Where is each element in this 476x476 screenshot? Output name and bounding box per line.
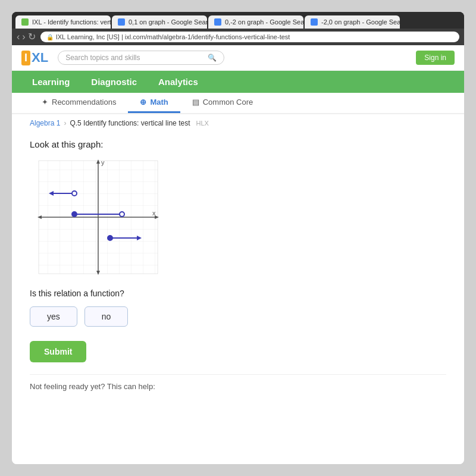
tab-label-google3: -2,0 on graph - Google Search [321, 18, 400, 26]
breadcrumb-sep: › [64, 119, 66, 127]
breadcrumb-question: Q.5 Identify functions: vertical line te… [70, 119, 190, 127]
tab-label-google2: 0,-2 on graph - Google Search [225, 18, 303, 26]
back-button[interactable]: ‹ [17, 32, 20, 42]
nav-buttons: ‹ › ↻ [17, 32, 36, 42]
recommendations-icon: ✦ [42, 98, 48, 107]
refresh-button[interactable]: ↻ [28, 32, 36, 42]
ixl-header: I XL Search topics and skills 🔍 Sign in [12, 45, 464, 71]
content-tabs-row: ✦ Recommendations ⊕ Math ▤ Common Core [12, 93, 464, 114]
nav-learning[interactable]: Learning [21, 71, 80, 93]
tab-favicon-google3 [311, 18, 318, 26]
svg-text:y: y [101, 159, 105, 166]
logo-i: I [21, 51, 30, 65]
question-text: Is this relation a function? [30, 289, 446, 298]
answer-no[interactable]: no [84, 306, 129, 327]
lock-icon: 🔒 [46, 34, 54, 40]
tab-recommendations-label: Recommendations [52, 98, 116, 107]
svg-point-14 [120, 212, 124, 217]
graph-container: y x [36, 158, 161, 277]
browser-tabs-bar: IXL - Identify functions: vertic ✕ 0,1 o… [12, 12, 464, 29]
address-text: IXL Learning, Inc [US] | ixl.com/math/al… [56, 33, 290, 40]
tab-common-core-label: Common Core [203, 98, 253, 107]
svg-point-16 [108, 236, 112, 240]
nav-analytics[interactable]: Analytics [148, 71, 209, 93]
not-ready-text: Not feeling ready yet? This can help: [30, 374, 446, 391]
forward-button[interactable]: › [22, 32, 25, 42]
tab-favicon-ixl [21, 18, 29, 26]
tab-favicon-google2 [214, 18, 221, 26]
nav-bar: Learning Diagnostic Analytics [12, 71, 464, 93]
tab-favicon-google1 [118, 18, 125, 26]
tab-math-label: Math [150, 98, 168, 107]
coordinate-graph: y x [36, 158, 161, 277]
answer-yes[interactable]: yes [30, 306, 77, 327]
tab-google3[interactable]: -2,0 on graph - Google Search ✕ [305, 15, 400, 29]
svg-point-13 [72, 212, 77, 217]
ixl-logo: I XL [21, 50, 48, 65]
breadcrumb-code: HLX [196, 120, 208, 127]
main-content: Look at this graph: [12, 132, 464, 464]
answer-options: yes no [30, 306, 446, 327]
tab-google1[interactable]: 0,1 on graph - Google Search ✕ [112, 15, 207, 29]
submit-button[interactable]: Submit [30, 341, 86, 362]
tab-google2[interactable]: 0,-2 on graph - Google Search ✕ [208, 15, 303, 29]
svg-point-11 [72, 191, 77, 196]
breadcrumb-algebra[interactable]: Algebra 1 [30, 119, 60, 127]
tab-common-core[interactable]: ▤ Common Core [180, 93, 265, 113]
svg-text:x: x [152, 209, 156, 217]
address-bar[interactable]: 🔒 IXL Learning, Inc [US] | ixl.com/math/… [40, 32, 459, 42]
tab-label-google1: 0,1 on graph - Google Search [129, 18, 207, 26]
math-icon: ⊕ [140, 98, 146, 107]
common-core-icon: ▤ [192, 98, 199, 107]
breadcrumb: Algebra 1 › Q.5 Identify functions: vert… [12, 114, 464, 132]
tab-label-ixl: IXL - Identify functions: vertic [32, 18, 111, 26]
address-bar-row: ‹ › ↻ 🔒 IXL Learning, Inc [US] | ixl.com… [12, 29, 464, 45]
page-content: I XL Search topics and skills 🔍 Sign in … [12, 45, 464, 464]
tab-recommendations[interactable]: ✦ Recommendations [30, 93, 128, 113]
search-icon: 🔍 [208, 54, 217, 62]
tab-ixl[interactable]: IXL - Identify functions: vertic ✕ [15, 15, 111, 29]
sign-in-button[interactable]: Sign in [416, 51, 455, 65]
tab-math[interactable]: ⊕ Math [128, 93, 180, 113]
search-box[interactable]: Search topics and skills 🔍 [58, 51, 224, 65]
logo-xl: XL [32, 50, 48, 65]
nav-diagnostic[interactable]: Diagnostic [80, 71, 148, 93]
search-placeholder: Search topics and skills [65, 54, 140, 62]
graph-label: Look at this graph: [30, 139, 446, 149]
